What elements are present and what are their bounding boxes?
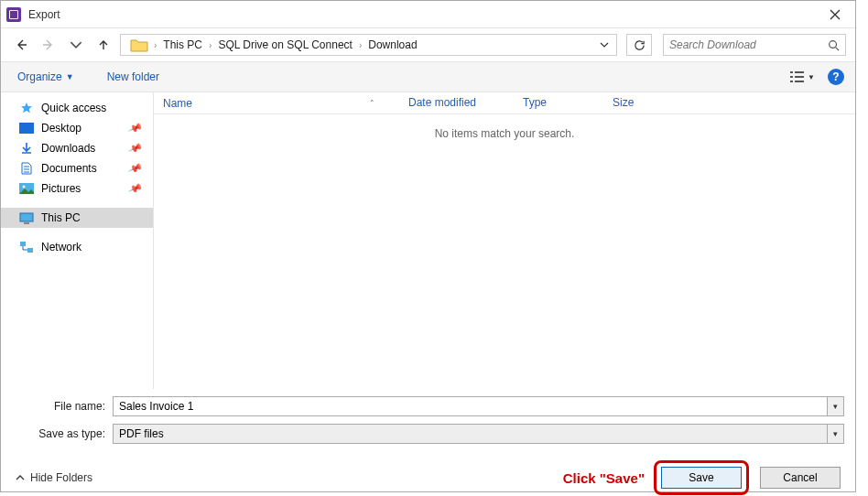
desktop-icon	[19, 122, 34, 135]
save-button[interactable]: Save	[661, 467, 742, 489]
sidebar-label: Documents	[41, 162, 97, 175]
chevron-down-icon	[70, 38, 82, 51]
sidebar: Quick access Desktop 📌 Downloads 📌 Docum…	[1, 92, 154, 389]
close-button[interactable]	[814, 1, 855, 28]
breadcrumb-item[interactable]: This PC	[160, 37, 205, 53]
chevron-down-icon: ▾	[833, 429, 838, 438]
main-area: Quick access Desktop 📌 Downloads 📌 Docum…	[1, 92, 855, 389]
svg-rect-13	[27, 248, 33, 253]
search-icon	[828, 39, 840, 51]
sidebar-quick-access[interactable]: Quick access	[1, 98, 153, 118]
new-folder-label: New folder	[107, 70, 159, 83]
svg-rect-2	[795, 71, 804, 73]
svg-rect-1	[790, 71, 793, 73]
organize-label: Organize	[17, 70, 62, 83]
chevron-right-icon: ›	[154, 40, 157, 50]
chevron-right-icon: ›	[209, 40, 212, 50]
svg-rect-12	[20, 242, 26, 246]
filetype-label: Save as type:	[12, 427, 113, 440]
hide-folders-button[interactable]: Hide Folders	[16, 471, 92, 484]
view-options-button[interactable]: ▼	[790, 70, 815, 83]
sidebar-network[interactable]: Network	[1, 237, 153, 257]
cancel-button[interactable]: Cancel	[760, 467, 841, 489]
view-icon	[790, 70, 805, 83]
sidebar-label: Quick access	[41, 102, 106, 114]
svg-point-0	[830, 40, 837, 48]
sidebar-label: Network	[41, 241, 81, 253]
filename-dropdown[interactable]: ▾	[828, 396, 844, 416]
col-name[interactable]: Name ˄	[154, 92, 399, 113]
sidebar-item-pictures[interactable]: Pictures 📌	[1, 178, 153, 199]
pc-icon	[19, 211, 34, 224]
titlebar: Export	[1, 1, 855, 28]
sidebar-label: Desktop	[41, 122, 81, 135]
pin-icon: 📌	[127, 140, 144, 156]
sidebar-this-pc[interactable]: This PC	[1, 208, 153, 228]
col-date[interactable]: Date modified	[399, 92, 514, 113]
pin-icon: 📌	[127, 120, 144, 135]
svg-rect-11	[24, 222, 29, 224]
svg-rect-6	[795, 81, 804, 82]
search-box[interactable]	[663, 34, 846, 56]
back-button[interactable]	[10, 34, 32, 56]
footer: Hide Folders Click "Save" Save Cancel	[1, 455, 855, 496]
breadcrumb[interactable]: › This PC › SQL Drive on SQL Connect › D…	[120, 34, 617, 56]
save-form: File name: Sales Invoice 1 ▾ Save as typ…	[1, 389, 855, 455]
svg-rect-7	[19, 123, 34, 134]
caret-down-icon: ▼	[66, 72, 74, 81]
close-icon	[830, 9, 841, 20]
organize-button[interactable]: Organize ▼	[12, 67, 80, 87]
star-icon	[19, 102, 34, 114]
sidebar-label: Pictures	[41, 182, 81, 195]
chevron-right-icon: ›	[359, 40, 362, 50]
new-folder-button[interactable]: New folder	[102, 67, 165, 87]
chevron-up-icon	[16, 473, 25, 482]
path-dropdown[interactable]	[596, 40, 613, 49]
filetype-select[interactable]: PDF files	[113, 424, 828, 444]
pin-icon: 📌	[127, 180, 144, 196]
breadcrumb-item[interactable]: SQL Drive on SQL Connect	[215, 37, 355, 53]
navbar: › This PC › SQL Drive on SQL Connect › D…	[1, 28, 855, 61]
forward-button[interactable]	[38, 34, 60, 56]
up-button[interactable]	[92, 34, 114, 56]
arrow-right-icon	[42, 38, 55, 51]
svg-rect-10	[20, 213, 33, 221]
toolbar: Organize ▼ New folder ▼ ?	[1, 61, 855, 92]
column-headers: Name ˄ Date modified Type Size	[154, 92, 855, 114]
svg-rect-5	[790, 81, 793, 82]
breadcrumb-item[interactable]: Download	[365, 37, 419, 53]
empty-message: No items match your search.	[154, 114, 855, 389]
search-input[interactable]	[669, 38, 828, 51]
app-icon	[6, 7, 21, 22]
caret-down-icon: ▼	[808, 73, 815, 81]
recent-dropdown[interactable]	[65, 34, 87, 56]
annotation-highlight: Save	[654, 460, 749, 495]
window-title: Export	[28, 8, 60, 21]
file-list: Name ˄ Date modified Type Size No items …	[154, 92, 855, 389]
chevron-down-icon	[600, 40, 609, 49]
sidebar-item-documents[interactable]: Documents 📌	[1, 158, 153, 178]
col-type[interactable]: Type	[514, 92, 603, 113]
sidebar-item-desktop[interactable]: Desktop 📌	[1, 118, 153, 138]
pin-icon: 📌	[127, 160, 144, 176]
export-dialog: Export › This PC › SQL Drive on SQL Conn…	[0, 0, 856, 492]
documents-icon	[19, 162, 34, 175]
refresh-icon	[634, 39, 646, 51]
arrow-left-icon	[15, 38, 27, 51]
arrow-up-icon	[97, 38, 110, 51]
chevron-down-icon: ▾	[833, 402, 838, 411]
sidebar-item-downloads[interactable]: Downloads 📌	[1, 138, 153, 158]
pictures-icon	[19, 182, 34, 195]
col-size[interactable]: Size	[603, 92, 686, 113]
filetype-dropdown[interactable]: ▾	[828, 424, 844, 444]
folder-icon	[130, 37, 148, 53]
filename-input[interactable]: Sales Invoice 1	[113, 396, 828, 416]
downloads-icon	[19, 142, 34, 155]
annotation-text: Click "Save"	[563, 470, 645, 486]
network-icon	[19, 241, 34, 253]
refresh-button[interactable]	[626, 34, 652, 56]
sort-asc-icon: ˄	[370, 99, 374, 108]
help-button[interactable]: ?	[828, 69, 844, 85]
sidebar-label: Downloads	[41, 142, 95, 155]
svg-rect-4	[795, 76, 804, 78]
